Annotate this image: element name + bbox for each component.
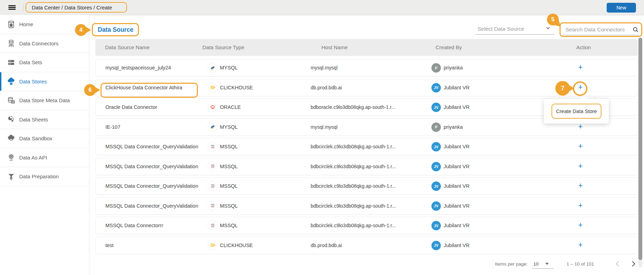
- sidebar-item-label: Data Sandbox: [19, 135, 52, 141]
- mysql-icon: [208, 122, 217, 132]
- created-by: Jubilant VR: [444, 237, 469, 254]
- avatar: JV: [431, 142, 441, 151]
- created-by: priyanka: [444, 119, 463, 135]
- sidebar-item-data-as-api[interactable]: API Data As API: [0, 148, 89, 168]
- annotation-badge-7: 7: [555, 81, 570, 96]
- data-source-type: ORACLE: [220, 99, 241, 116]
- column-header-type: Data Source Type: [202, 39, 244, 56]
- mssql-icon: [208, 201, 217, 211]
- sidebar-item-label: Data Connectors: [19, 40, 59, 46]
- column-header-action: Action: [576, 39, 591, 56]
- sidebar-item-label: Data As API: [19, 155, 47, 161]
- host-name: bdbcirclek.c9lo3db08qkg.ap-south-1.r...: [311, 198, 415, 214]
- topbar-divider: [23, 4, 24, 12]
- sidebar-item-data-sets[interactable]: Data Sets: [0, 53, 89, 72]
- host-name: bdbcirclek.c9lo3db08qkg.ap-south-1.r...: [311, 217, 415, 234]
- search-icon[interactable]: [632, 26, 639, 33]
- create-data-store-button[interactable]: Create Data Store: [552, 104, 601, 119]
- clickhouse-icon: [208, 83, 217, 92]
- page-size-select[interactable]: 10: [533, 261, 539, 267]
- table-row[interactable]: MSSQL Data Connectorrr MSSQL bdbcirclek.…: [95, 217, 638, 234]
- data-as-api-icon: API: [7, 153, 15, 162]
- data-source-name: mysql_testspaceissue_july24: [105, 59, 207, 76]
- data-source-name: MSSQL Data Connector_QueryValidation: [105, 198, 207, 214]
- items-per-page-label: Items per page:: [495, 261, 528, 267]
- table-row[interactable]: MSSQL Data Connector_QueryValidation MSS…: [95, 197, 638, 215]
- created-by: Jubilant VR: [444, 178, 469, 194]
- created-by: Jubilant VR: [444, 79, 469, 96]
- data-source-type: MYSQL: [220, 119, 238, 135]
- data-connectors-icon: [7, 39, 15, 47]
- add-action-button[interactable]: +: [575, 198, 586, 214]
- data-source-name: Oracle Data Connector: [105, 99, 207, 116]
- host-name: db.prod.bdb.ai: [311, 237, 415, 254]
- hamburger-menu-icon[interactable]: [8, 5, 16, 10]
- table-row[interactable]: test CLICKHOUSE db.prod.bdb.ai JV Jubila…: [95, 237, 638, 254]
- table-row[interactable]: mysql_testspaceissue_july24 MYSQL mysql.…: [95, 59, 638, 76]
- sidebar-item-data-store-meta-data[interactable]: Data Store Meta Data: [0, 91, 89, 110]
- data-source-type: MSSQL: [220, 198, 238, 214]
- breadcrumb[interactable]: Data Center / Data Stores / Create: [32, 0, 112, 15]
- created-by: Jubilant VR: [444, 217, 469, 234]
- table-row[interactable]: MSSQL Data Connector_QueryValidation MSS…: [95, 177, 638, 195]
- add-action-button[interactable]: +: [575, 158, 586, 175]
- data-source-type: MSSQL: [220, 178, 238, 194]
- search-underline: [562, 35, 639, 35]
- add-action-button[interactable]: +: [575, 178, 586, 194]
- sidebar-item-label: Data Sheets: [19, 117, 48, 122]
- data-source-name: MSSQL Data Connectorrr: [105, 217, 207, 234]
- column-header-created-by: Created By: [436, 39, 462, 56]
- mysql-icon: [208, 63, 217, 73]
- host-name: bdbcirclek.c9lo3db08qkg.ap-south-1.r...: [311, 178, 415, 194]
- data-store-meta-data-icon: [7, 96, 15, 105]
- table-header: Data Source Name Data Source Type Host N…: [95, 39, 638, 56]
- created-by: priyanka: [444, 59, 463, 76]
- annotation-badge-4: 4: [75, 24, 87, 36]
- data-stores-icon: [7, 77, 15, 86]
- search-input[interactable]: Search Data Connectors: [560, 22, 642, 37]
- data-source-name: IE-107: [105, 119, 207, 135]
- annotation-badge-6: 6: [84, 84, 96, 96]
- created-by: Jubilant VR: [444, 158, 469, 175]
- chevron-down-icon[interactable]: [545, 25, 551, 31]
- data-source-name: MSSQL Data Connector_QueryValidation: [105, 158, 207, 175]
- add-action-button[interactable]: +: [575, 79, 586, 96]
- data-source-type: CLICKHOUSE: [220, 79, 253, 96]
- host-name: bdboracle.c9lo3db08qkg.ap-south-1.r...: [311, 99, 415, 116]
- previous-page-button[interactable]: [614, 260, 623, 269]
- sidebar-item-data-preparation[interactable]: Data Preparation: [0, 167, 89, 186]
- add-action-button[interactable]: +: [575, 217, 586, 234]
- select-data-source-dropdown[interactable]: Select Data Source: [478, 26, 524, 32]
- table-row[interactable]: MSSQL Data Connector_QueryValidation MSS…: [95, 138, 638, 155]
- add-action-button[interactable]: +: [575, 59, 586, 76]
- data-sheets-icon: [7, 115, 15, 124]
- home-icon: [7, 20, 15, 29]
- mssql-icon: [208, 142, 217, 151]
- scrollbar-thumb[interactable]: [638, 38, 642, 260]
- page-size-caret-icon[interactable]: [545, 263, 549, 265]
- host-name: bdbcirclek.c9lo3db08qkg.ap-south-1.r...: [311, 138, 415, 155]
- sidebar-item-data-connectors[interactable]: Data Connectors: [0, 34, 89, 53]
- table-row[interactable]: MSSQL Data Connector_QueryValidation MSS…: [95, 158, 638, 175]
- mssql-icon: [208, 221, 217, 230]
- data-source-type: MSSQL: [220, 217, 238, 234]
- create-data-store-popup: Create Data Store: [544, 99, 609, 124]
- add-action-button[interactable]: +: [575, 138, 586, 155]
- new-button[interactable]: + New: [607, 3, 636, 13]
- sidebar-item-data-sandbox[interactable]: Data Sandbox: [0, 129, 89, 148]
- created-by: Jubilant VR: [444, 138, 469, 155]
- next-page-button[interactable]: [629, 260, 638, 269]
- add-action-button[interactable]: +: [575, 237, 586, 254]
- created-by: Jubilant VR: [444, 198, 469, 214]
- avatar: P: [431, 122, 441, 132]
- data-source-type: CLICKHOUSE: [220, 237, 253, 254]
- column-header-host: Host Name: [321, 39, 348, 56]
- created-by: Jubilant VR: [444, 99, 469, 116]
- sidebar-item-data-sheets[interactable]: Data Sheets: [0, 110, 89, 129]
- data-preparation-icon: [7, 172, 15, 181]
- data-source-name: MSSQL Data Connector_QueryValidation: [105, 138, 207, 155]
- sidebar-item-label: Data Preparation: [19, 173, 59, 179]
- avatar: JV: [431, 201, 441, 211]
- popup-arrow: [580, 95, 587, 99]
- sidebar-item-data-stores[interactable]: Data Stores: [0, 72, 89, 91]
